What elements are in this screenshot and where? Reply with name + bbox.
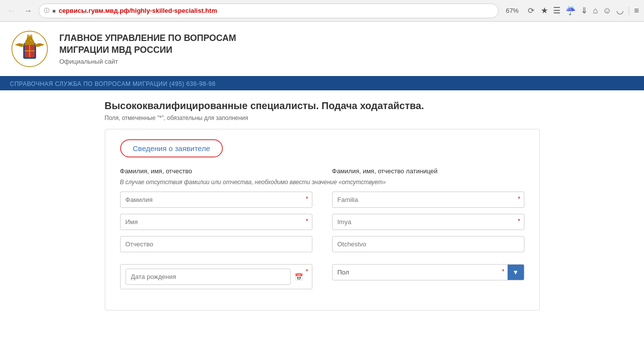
patronymic-col: [120, 236, 312, 258]
profile-icon[interactable]: ☺: [603, 6, 611, 16]
column-headers: Фамилия, имя, отчество Фамилия, имя, отч…: [120, 167, 524, 179]
col1-header: Фамилия, имя, отчество: [120, 167, 312, 175]
birthdate-required-star: *: [306, 268, 308, 275]
lastname-latin-input[interactable]: [332, 192, 524, 208]
page-content: ГЛАВНОЕ УПРАВЛЕНИЕ ПО ВОПРОСАМ МИГРАЦИИ …: [0, 22, 644, 352]
form-card: Сведения о заявителе Фамилия, имя, отчес…: [105, 129, 540, 311]
site-title: ГЛАВНОЕ УПРАВЛЕНИЕ ПО ВОПРОСАМ МИГРАЦИИ …: [59, 33, 236, 65]
menu-icon[interactable]: ≡: [634, 6, 639, 16]
star-icon[interactable]: ★: [541, 5, 548, 16]
address-bar: ⓘ ■ сервисы.гувм.мвд.рф/highly-skilled-s…: [39, 3, 499, 18]
birthdate-gender-row: 📅 * Пол ▼ *: [120, 264, 524, 295]
browser-icons: ★ ☰ ☔ ⇓ ⌂ ☺ ◡ ≡: [541, 5, 639, 16]
patronymic-row: [120, 236, 524, 258]
firstname-latin-input[interactable]: [332, 214, 524, 230]
calendar-icon[interactable]: 📅: [291, 270, 307, 284]
gender-dropdown-button[interactable]: ▼: [508, 265, 524, 280]
logo: [10, 29, 49, 69]
firstname-field-wrap: *: [120, 214, 312, 230]
site-title-main: ГЛАВНОЕ УПРАВЛЕНИЕ ПО ВОПРОСАМ МИГРАЦИИ …: [59, 33, 236, 56]
birthdate-col: 📅 *: [120, 264, 312, 295]
patronymic-latin-input[interactable]: [332, 236, 524, 252]
patronymic-latin-col: [332, 236, 524, 258]
browser-chrome: ← → ⓘ ■ сервисы.гувм.мвд.рф/highly-skill…: [0, 0, 644, 22]
info-bar: СПРАВОЧНАЯ СЛУЖБА ПО ВОПРОСАМ МИГРАЦИИ (…: [0, 78, 644, 90]
gender-required-star: *: [502, 268, 505, 275]
gender-select-wrap: Пол ▼: [332, 264, 524, 280]
page-title: Высококвалифицированные специалисты. Под…: [105, 100, 540, 112]
patronymic-field-wrap: [120, 236, 312, 252]
lastname-latin-field-wrap: *: [332, 192, 524, 208]
lastname-row: * *: [120, 192, 524, 214]
section-title: Сведения о заявителе: [120, 139, 223, 157]
eagle-emblem: [10, 29, 49, 69]
download-icon[interactable]: ⇓: [581, 5, 588, 16]
absence-note: В случае отсутствия фамилии или отчества…: [120, 179, 524, 186]
date-input-wrap: 📅: [120, 264, 312, 289]
firstname-latin-field-wrap: *: [332, 214, 524, 230]
col2-header-wrap: Фамилия, имя, отчество латиницей: [332, 167, 524, 179]
firstname-col: *: [120, 214, 312, 236]
firstname-row: * *: [120, 214, 524, 236]
url-prefix: сервисы.гувм.: [59, 7, 105, 14]
firstname-required-star: *: [306, 218, 308, 225]
patronymic-input[interactable]: [120, 236, 312, 252]
info-bar-text: СПРАВОЧНАЯ СЛУЖБА ПО ВОПРОСАМ МИГРАЦИИ (…: [10, 80, 215, 87]
back-button[interactable]: ←: [5, 5, 18, 16]
firstname-latin-col: *: [332, 214, 524, 236]
lastname-input[interactable]: [120, 192, 312, 208]
url-path: /highly-skilled-specialist.htm: [129, 7, 217, 14]
col2-header: Фамилия, имя, отчество латиницей: [332, 167, 524, 175]
patronymic-latin-field-wrap: [332, 236, 524, 252]
birthdate-input[interactable]: [126, 269, 291, 285]
lock-icon: ⓘ: [44, 7, 49, 14]
gender-field-wrap: Пол ▼ *: [332, 264, 524, 280]
site-subtitle: Официальный сайт: [59, 58, 236, 65]
secure-icon: ■: [52, 8, 56, 14]
col1-header-wrap: Фамилия, имя, отчество: [120, 167, 312, 179]
section-title-wrap: Сведения о заявителе: [120, 139, 223, 157]
lastname-required-star: *: [306, 196, 308, 202]
site-header: ГЛАВНОЕ УПРАВЛЕНИЕ ПО ВОПРОСАМ МИГРАЦИИ …: [0, 22, 644, 78]
forward-button[interactable]: →: [22, 5, 35, 16]
birthdate-field-wrap: 📅 *: [120, 264, 312, 289]
url-text: сервисы.гувм.мвд.рф/highly-skilled-speci…: [59, 7, 494, 14]
lastname-col: *: [120, 192, 312, 214]
required-note: Поля, отмеченные "*", обязательны для за…: [105, 115, 540, 121]
lastname-latin-col: *: [332, 192, 524, 214]
lastname-field-wrap: *: [120, 192, 312, 208]
firstname-latin-required-star: *: [518, 218, 520, 225]
separator: [629, 6, 629, 15]
reload-button[interactable]: ⟳: [525, 5, 537, 16]
shield-icon[interactable]: ☔: [565, 5, 576, 16]
extensions-icon[interactable]: ◡: [616, 5, 624, 16]
url-domain: мвд.рф: [105, 7, 129, 14]
zoom-level[interactable]: 67%: [503, 6, 521, 15]
main-content: Высококвалифицированные специалисты. Под…: [95, 90, 550, 320]
gender-col: Пол ▼ *: [332, 264, 524, 295]
bookmark-list-icon[interactable]: ☰: [553, 5, 560, 16]
gender-label: Пол: [333, 265, 508, 280]
lastname-latin-required-star: *: [518, 196, 520, 202]
firstname-input[interactable]: [120, 214, 312, 230]
svg-point-3: [27, 36, 33, 42]
home-icon[interactable]: ⌂: [593, 6, 598, 16]
